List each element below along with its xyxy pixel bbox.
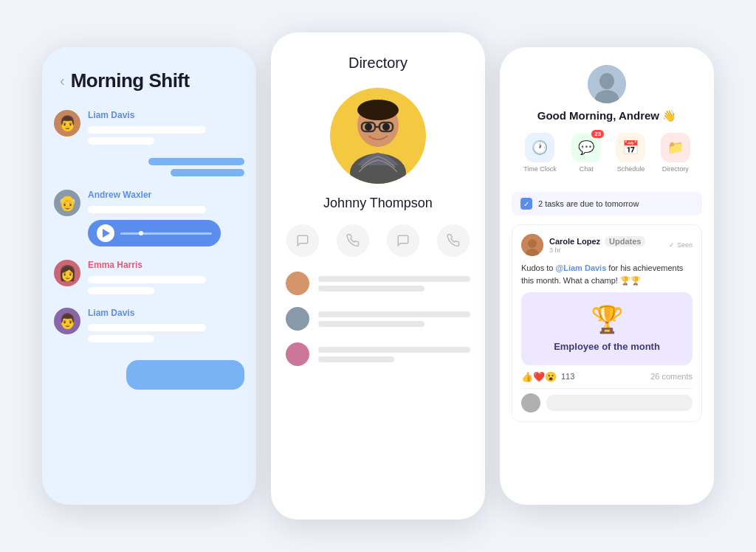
feed-card: Carole Lopez Updates 3 hr ✓ Seen Kudos t… bbox=[512, 224, 702, 422]
phone-dashboard: Good Morning, Andrew 👋 🕐 Time Clock 💬 23… bbox=[500, 47, 714, 505]
mention-link[interactable]: @Liam Davis bbox=[555, 263, 606, 272]
chat-contact-button[interactable] bbox=[387, 224, 419, 257]
directory-icon: 📁 bbox=[661, 133, 690, 162]
dir-line bbox=[318, 356, 394, 362]
dir-row bbox=[286, 307, 470, 331]
commenter-row bbox=[521, 388, 693, 413]
nav-label: Chat bbox=[580, 165, 594, 173]
dir-avatar bbox=[286, 342, 309, 366]
chat-badge: 23 bbox=[591, 130, 604, 138]
sent-bubble bbox=[148, 158, 244, 165]
dir-lines bbox=[318, 276, 470, 291]
chat-sender-name: Emma Harris bbox=[88, 260, 206, 270]
nav-icons-row: 🕐 Time Clock 💬 23 Chat 📅 Schedule bbox=[515, 133, 699, 173]
feed-tag: Updates bbox=[605, 236, 645, 246]
chat-bubbles: Emma Harris bbox=[88, 260, 206, 294]
message-bubble bbox=[88, 137, 154, 145]
tasks-bar: ✓ 2 tasks are due to tomorrow bbox=[512, 192, 702, 215]
directory-header: Directory bbox=[271, 32, 485, 80]
video-contact-button[interactable] bbox=[437, 224, 470, 257]
chat-row-right bbox=[54, 158, 244, 176]
message-bubble bbox=[88, 276, 206, 283]
chat-sender-name: Liam Davis bbox=[88, 308, 206, 318]
nav-label: Schedule bbox=[617, 165, 645, 173]
back-arrow-icon[interactable]: ‹ bbox=[60, 72, 65, 89]
employee-label: Employee of the month bbox=[554, 341, 660, 353]
audio-waveform bbox=[120, 232, 212, 235]
message-bubble bbox=[88, 126, 206, 134]
avatar: 👨 bbox=[54, 110, 80, 137]
chat-row: 👩 Emma Harris bbox=[54, 260, 244, 294]
message-contact-button[interactable] bbox=[286, 224, 319, 257]
dir-line bbox=[318, 347, 470, 353]
feed-meta: Carole Lopez Updates 3 hr bbox=[549, 236, 663, 254]
chat-sender-name: Liam Davis bbox=[88, 110, 206, 120]
chat-list: 👨 Liam Davis 👴 bbox=[42, 104, 256, 505]
chat-bubbles: Liam Davis bbox=[88, 308, 206, 342]
trophy-icon: 🏆 bbox=[591, 304, 624, 335]
profile-photo bbox=[330, 88, 426, 184]
chat-icon: 💬 23 bbox=[571, 133, 601, 162]
user-avatar bbox=[588, 65, 626, 103]
phone-directory: Directory bbox=[271, 32, 485, 520]
feed-author-avatar bbox=[521, 234, 543, 256]
svg-point-9 bbox=[599, 73, 614, 89]
message-bubble bbox=[88, 324, 206, 331]
feed-author-name: Carole Lopez bbox=[549, 237, 600, 246]
feed-text: Kudos to @Liam Davis for his achievement… bbox=[521, 262, 693, 286]
avatar: 👨 bbox=[54, 308, 80, 334]
message-bubble bbox=[88, 287, 154, 294]
greeting-text: Good Morning, Andrew 👋 bbox=[537, 109, 676, 123]
sent-bubble bbox=[171, 169, 244, 176]
avatar: 👩 bbox=[54, 260, 80, 286]
dir-line bbox=[318, 321, 425, 327]
dir-line bbox=[318, 276, 470, 282]
reaction-count: 113 bbox=[561, 372, 574, 381]
svg-point-12 bbox=[528, 239, 537, 248]
play-button[interactable] bbox=[97, 224, 114, 242]
nav-label: Directory bbox=[662, 165, 689, 173]
send-bubble bbox=[126, 360, 244, 390]
message-bubble bbox=[88, 206, 206, 213]
commenter-input-bubble[interactable] bbox=[546, 395, 693, 411]
nav-item-directory[interactable]: 📁 Directory bbox=[661, 133, 690, 173]
chat-row: 👨 Liam Davis bbox=[54, 110, 244, 145]
svg-point-1 bbox=[357, 100, 399, 120]
chat-row: 👴 Andrew Waxler bbox=[54, 190, 244, 246]
employee-of-month-card: 🏆 Employee of the month bbox=[521, 292, 693, 365]
dir-avatar bbox=[286, 272, 309, 295]
dashboard-header: Good Morning, Andrew 👋 🕐 Time Clock 💬 23… bbox=[500, 47, 714, 192]
nav-item-timeclock[interactable]: 🕐 Time Clock bbox=[523, 133, 557, 173]
feed-header: Carole Lopez Updates 3 hr ✓ Seen bbox=[521, 234, 693, 256]
directory-list bbox=[271, 272, 485, 366]
avatar: 👴 bbox=[54, 190, 80, 216]
feed-seen-badge: ✓ Seen bbox=[669, 241, 693, 249]
chat-bubbles: Liam Davis bbox=[88, 110, 206, 145]
feed-time: 3 hr bbox=[549, 246, 663, 254]
play-icon bbox=[103, 229, 110, 238]
svg-point-5 bbox=[365, 123, 372, 131]
nav-item-chat[interactable]: 💬 23 Chat bbox=[571, 133, 601, 173]
dir-line bbox=[318, 286, 425, 291]
directory-title: Directory bbox=[348, 55, 408, 71]
dir-lines bbox=[318, 311, 470, 327]
chat-title: Morning Shift bbox=[71, 69, 190, 92]
schedule-icon: 📅 bbox=[616, 133, 645, 162]
feed-footer: 👍❤️😮 113 26 coments bbox=[521, 371, 693, 382]
profile-photo-wrapper bbox=[330, 88, 426, 184]
audio-progress-dot bbox=[139, 231, 143, 235]
chat-sender-name: Andrew Waxler bbox=[88, 190, 221, 200]
reactions[interactable]: 👍❤️😮 bbox=[521, 371, 557, 382]
tasks-checkbox-icon: ✓ bbox=[520, 198, 532, 210]
chat-bubbles: Andrew Waxler bbox=[88, 190, 221, 246]
call-contact-button[interactable] bbox=[337, 224, 369, 257]
tasks-text: 2 tasks are due to tomorrow bbox=[538, 199, 639, 208]
right-bubbles bbox=[148, 158, 244, 176]
nav-item-schedule[interactable]: 📅 Schedule bbox=[616, 133, 645, 173]
contact-icons-row bbox=[286, 224, 470, 257]
chat-header: ‹ Morning Shift bbox=[42, 47, 256, 104]
comments-count: 26 coments bbox=[650, 372, 693, 381]
audio-message[interactable] bbox=[88, 220, 221, 246]
timeclock-icon: 🕐 bbox=[525, 133, 554, 162]
nav-label: Time Clock bbox=[523, 165, 557, 173]
